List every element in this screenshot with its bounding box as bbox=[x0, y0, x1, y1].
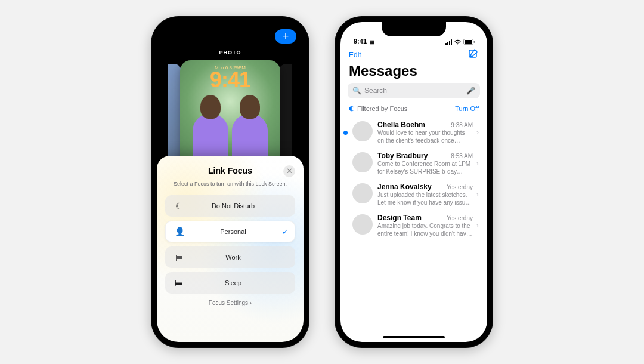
notch bbox=[382, 22, 446, 36]
conversation-time: 9:38 AM bbox=[451, 122, 473, 128]
screen-lockscreen-editor: + PHOTO Mon 6 8:29PM 9:41 bbox=[157, 22, 304, 342]
avatar bbox=[352, 121, 373, 141]
conversation-preview: Would love to hear your thoughts on the … bbox=[377, 129, 473, 144]
chevron-right-icon: › bbox=[476, 159, 481, 168]
avatar bbox=[352, 152, 373, 172]
focus-filter-banner: ◐ Filtered by Focus Turn Off bbox=[340, 98, 487, 117]
wallpaper-time: 9:41 bbox=[180, 70, 280, 90]
search-icon: 🔍 bbox=[352, 87, 361, 95]
chevron-right-icon: › bbox=[476, 128, 481, 137]
compose-icon bbox=[468, 48, 479, 59]
focus-option-icon: ▤ bbox=[169, 252, 189, 262]
conversation-row[interactable]: Jenna KovalskyYesterdayJust uploaded the… bbox=[340, 179, 487, 210]
battery-icon bbox=[463, 39, 475, 45]
focus-option-icon: ☾ bbox=[169, 201, 189, 211]
conversation-row[interactable]: Chella Boehm9:38 AMWould love to hear yo… bbox=[340, 117, 487, 148]
checkmark-icon: ✓ bbox=[277, 227, 289, 236]
phone-left: + PHOTO Mon 6 8:29PM 9:41 bbox=[151, 16, 309, 348]
close-icon: ✕ bbox=[286, 166, 293, 175]
compose-button[interactable] bbox=[468, 48, 479, 61]
conversation-time: 8:53 AM bbox=[451, 153, 473, 159]
focus-option-icon: 👤 bbox=[169, 227, 190, 236]
conversation-list: Chella Boehm9:38 AMWould love to hear yo… bbox=[340, 117, 487, 241]
conversation-row[interactable]: Toby Bradbury8:53 AMCome to Conference R… bbox=[340, 148, 487, 179]
conversation-body: Design TeamYesterdayAmazing job today. C… bbox=[377, 214, 473, 237]
home-indicator[interactable] bbox=[383, 336, 445, 338]
search-placeholder: Search bbox=[364, 87, 387, 95]
focus-option[interactable]: 👤Personal✓ bbox=[165, 221, 295, 242]
conversation-time: Yesterday bbox=[447, 184, 473, 190]
notch bbox=[198, 22, 262, 36]
avatar bbox=[352, 214, 373, 235]
conversation-time: Yesterday bbox=[447, 215, 473, 221]
conversation-name: Toby Bradbury bbox=[377, 152, 428, 160]
focus-settings-label: Focus Settings bbox=[209, 300, 248, 306]
focus-filter-label: Filtered by Focus bbox=[357, 105, 407, 112]
conversation-name: Chella Boehm bbox=[377, 121, 425, 129]
wallpaper-clock: Mon 6 8:29PM 9:41 bbox=[180, 65, 280, 90]
nav-bar: Edit bbox=[340, 46, 487, 61]
focus-option[interactable]: ▤Work bbox=[165, 246, 295, 268]
focus-option-icon: 🛏 bbox=[169, 278, 189, 288]
focus-option[interactable]: ☾Do Not Disturb bbox=[165, 195, 295, 217]
add-lock-screen-button[interactable]: + bbox=[275, 29, 296, 44]
conversation-body: Chella Boehm9:38 AMWould love to hear yo… bbox=[377, 121, 473, 144]
chevron-right-icon: › bbox=[476, 190, 481, 199]
conversation-body: Jenna KovalskyYesterdayJust uploaded the… bbox=[377, 183, 473, 206]
screen-messages: 9:41 ▦ Edit Messages 🔍 Search 🎤 ◐ bbox=[340, 22, 487, 342]
lock-screen-category-label: PHOTO bbox=[157, 50, 304, 55]
link-focus-sheet: Link Focus ✕ Select a Focus to turn on w… bbox=[157, 156, 304, 342]
chevron-right-icon: › bbox=[250, 300, 252, 306]
edit-button[interactable]: Edit bbox=[349, 51, 361, 59]
conversation-row[interactable]: Design TeamYesterdayAmazing job today. C… bbox=[340, 210, 487, 241]
conversation-preview: Amazing job today. Congrats to the entir… bbox=[377, 223, 473, 237]
svg-rect-2 bbox=[474, 41, 475, 43]
conversation-body: Toby Bradbury8:53 AMCome to Conference R… bbox=[377, 152, 473, 175]
sheet-subtitle: Select a Focus to turn on with this Lock… bbox=[165, 181, 295, 187]
focus-filter-icon: ◐ bbox=[349, 104, 355, 112]
focus-option-label: Sleep bbox=[189, 279, 277, 286]
focus-option-label: Work bbox=[189, 254, 277, 261]
conversation-preview: Come to Conference Room at 1PM for Kelse… bbox=[377, 161, 473, 175]
sheet-title: Link Focus bbox=[208, 166, 252, 175]
focus-settings-link[interactable]: Focus Settings › bbox=[165, 300, 295, 306]
phone-right: 9:41 ▦ Edit Messages 🔍 Search 🎤 ◐ bbox=[335, 16, 493, 348]
status-time: 9:41 ▦ bbox=[354, 38, 374, 45]
wifi-icon bbox=[454, 39, 462, 45]
search-input[interactable]: 🔍 Search 🎤 bbox=[348, 83, 480, 98]
conversation-name: Design Team bbox=[377, 214, 422, 222]
focus-option[interactable]: 🛏Sleep bbox=[165, 272, 295, 294]
focus-option-label: Personal bbox=[190, 228, 277, 235]
page-title: Messages bbox=[340, 61, 487, 83]
dictation-icon[interactable]: 🎤 bbox=[466, 87, 475, 95]
avatar bbox=[352, 183, 373, 203]
conversation-name: Jenna Kovalsky bbox=[377, 183, 432, 191]
focus-filter-turn-off-button[interactable]: Turn Off bbox=[455, 105, 479, 112]
lock-screen-gallery: + PHOTO Mon 6 8:29PM 9:41 bbox=[157, 22, 304, 171]
focus-list: ☾Do Not Disturb👤Personal✓▤Work🛏Sleep bbox=[165, 195, 295, 294]
conversation-preview: Just uploaded the latest sketches. Let m… bbox=[377, 192, 473, 206]
unread-indicator bbox=[343, 131, 348, 135]
chevron-right-icon: › bbox=[476, 221, 481, 230]
svg-rect-1 bbox=[465, 40, 472, 44]
cellular-signal-icon bbox=[445, 39, 452, 45]
focus-option-label: Do Not Disturb bbox=[189, 202, 277, 209]
close-button[interactable]: ✕ bbox=[283, 165, 295, 177]
location-icon: ▦ bbox=[370, 39, 374, 45]
